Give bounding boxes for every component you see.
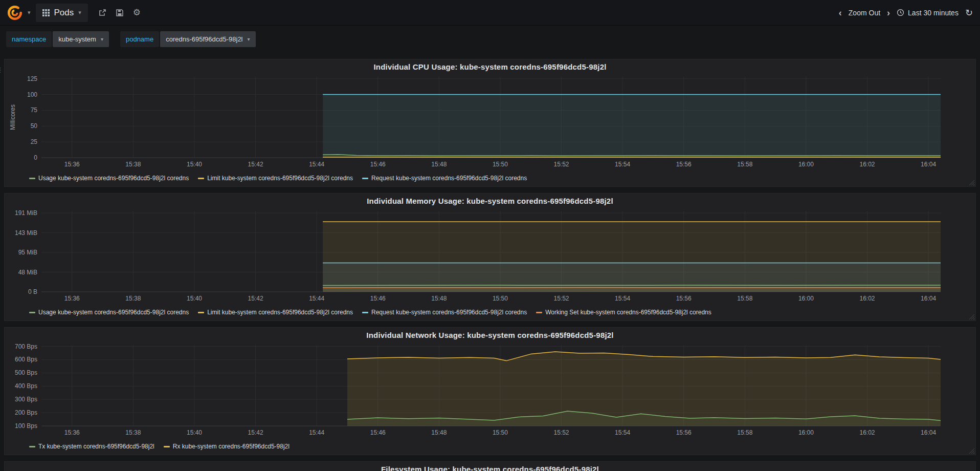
svg-text:15:50: 15:50 bbox=[493, 295, 508, 302]
dashboard-title: Pods bbox=[54, 8, 74, 18]
legend-item[interactable]: Request kube-system coredns-695f96dcd5-9… bbox=[362, 309, 527, 316]
time-range-picker[interactable]: Last 30 minutes bbox=[897, 9, 959, 17]
legend-series-swatch bbox=[198, 178, 204, 179]
caret-down-icon: ▾ bbox=[101, 36, 103, 42]
panel-cpu: Individual CPU Usage: kube-system coredn… bbox=[4, 59, 976, 187]
svg-text:0: 0 bbox=[34, 154, 37, 161]
legend-series-label: Tx kube-system coredns-695f96dcd5-98j2l bbox=[38, 443, 154, 450]
svg-text:15:44: 15:44 bbox=[309, 161, 324, 168]
legend-item[interactable]: Request kube-system coredns-695f96dcd5-9… bbox=[362, 175, 527, 182]
svg-text:15:56: 15:56 bbox=[676, 429, 692, 436]
svg-text:143 MiB: 143 MiB bbox=[15, 229, 37, 237]
svg-text:15:50: 15:50 bbox=[493, 161, 508, 168]
legend-series-label: Limit kube-system coredns-695f96dcd5-98j… bbox=[207, 175, 353, 182]
svg-text:48 MiB: 48 MiB bbox=[18, 269, 37, 276]
svg-text:300 Bps: 300 Bps bbox=[15, 396, 37, 403]
grafana-logo-icon bbox=[7, 5, 23, 20]
navbar: ▾ Pods ▾ bbox=[0, 0, 980, 26]
legend-series-swatch bbox=[29, 446, 35, 447]
memory-usage-chart[interactable]: 0 B48 MiB95 MiB143 MiB191 MiB15:3615:381… bbox=[9, 207, 971, 307]
svg-text:0 B: 0 B bbox=[28, 288, 37, 295]
svg-text:15:42: 15:42 bbox=[248, 429, 263, 436]
legend-series-label: Request kube-system coredns-695f96dcd5-9… bbox=[371, 175, 527, 182]
svg-text:16:00: 16:00 bbox=[798, 295, 814, 302]
dashboard-caret-icon: ▾ bbox=[78, 9, 81, 16]
svg-text:16:00: 16:00 bbox=[798, 161, 814, 168]
time-forward-chevron-icon[interactable]: › bbox=[887, 8, 890, 17]
svg-text:95 MiB: 95 MiB bbox=[18, 249, 37, 256]
legend-item[interactable]: Rx kube-system coredns-695f96dcd5-98j2l bbox=[164, 443, 289, 450]
svg-text:15:50: 15:50 bbox=[493, 429, 508, 436]
legend-series-label: Usage kube-system coredns-695f96dcd5-98j… bbox=[38, 175, 189, 182]
legend-item[interactable]: Usage kube-system coredns-695f96dcd5-98j… bbox=[29, 175, 189, 182]
cpu-usage-chart[interactable]: 025507510012515:3615:3815:4015:4215:4415… bbox=[9, 73, 971, 173]
network-usage-chart[interactable]: 100 Bps200 Bps300 Bps400 Bps500 Bps600 B… bbox=[9, 341, 971, 441]
svg-text:15:44: 15:44 bbox=[309, 429, 324, 436]
svg-text:25: 25 bbox=[31, 138, 38, 145]
legend-item[interactable]: Limit kube-system coredns-695f96dcd5-98j… bbox=[198, 175, 353, 182]
svg-text:100 Bps: 100 Bps bbox=[15, 422, 37, 430]
svg-text:15:54: 15:54 bbox=[615, 161, 630, 168]
svg-text:16:02: 16:02 bbox=[859, 161, 875, 168]
legend-series-label: Usage kube-system coredns-695f96dcd5-98j… bbox=[38, 309, 189, 316]
svg-text:15:46: 15:46 bbox=[370, 295, 386, 302]
legend-series-swatch bbox=[536, 312, 542, 313]
svg-text:16:04: 16:04 bbox=[921, 429, 936, 436]
dashboard-picker[interactable]: Pods ▾ bbox=[36, 4, 88, 22]
dashboards-grid-icon bbox=[42, 9, 50, 16]
svg-text:16:00: 16:00 bbox=[798, 429, 814, 436]
panel-memory: Individual Memory Usage: kube-system cor… bbox=[4, 193, 976, 321]
logo-dropdown-caret[interactable]: ▾ bbox=[28, 9, 31, 16]
grafana-logo[interactable] bbox=[7, 5, 23, 20]
panel-title[interactable]: Filesystem Usage: kube-system coredns-69… bbox=[9, 464, 971, 471]
save-icon[interactable] bbox=[116, 9, 124, 17]
legend-item[interactable]: Working Set kube-system coredns-695f96dc… bbox=[536, 309, 711, 316]
variable-podname-label[interactable]: podname bbox=[120, 31, 159, 47]
legend-series-swatch bbox=[362, 178, 368, 179]
gear-icon[interactable]: ⚙ bbox=[133, 8, 141, 17]
svg-text:15:48: 15:48 bbox=[431, 295, 447, 302]
refresh-icon[interactable]: ↻ bbox=[965, 7, 973, 18]
legend-series-label: Rx kube-system coredns-695f96dcd5-98j2l bbox=[173, 443, 289, 450]
svg-text:Millicores: Millicores bbox=[9, 104, 16, 130]
panel-title[interactable]: Individual Memory Usage: kube-system cor… bbox=[9, 196, 971, 207]
zoom-out-button[interactable]: Zoom Out bbox=[849, 9, 880, 17]
svg-text:15:52: 15:52 bbox=[554, 295, 569, 302]
svg-text:15:40: 15:40 bbox=[187, 295, 202, 302]
svg-text:15:56: 15:56 bbox=[676, 161, 692, 168]
svg-text:700 Bps: 700 Bps bbox=[15, 343, 37, 350]
variable-namespace-value[interactable]: kube-system ▾ bbox=[53, 31, 109, 47]
legend-item[interactable]: Usage kube-system coredns-695f96dcd5-98j… bbox=[29, 309, 189, 316]
panel-network: Individual Network Usage: kube-system co… bbox=[4, 327, 976, 455]
variable-podname-value[interactable]: coredns-695f96dcd5-98j2l ▾ bbox=[160, 31, 255, 47]
time-range-label: Last 30 minutes bbox=[908, 9, 959, 17]
svg-text:500 Bps: 500 Bps bbox=[15, 369, 37, 376]
panel-title[interactable]: Individual CPU Usage: kube-system coredn… bbox=[9, 61, 971, 73]
row-drag-handle-icon[interactable]: ⋮ bbox=[0, 66, 4, 74]
legend-item[interactable]: Tx kube-system coredns-695f96dcd5-98j2l bbox=[29, 443, 154, 450]
svg-text:75: 75 bbox=[31, 106, 38, 114]
legend-series-label: Limit kube-system coredns-695f96dcd5-98j… bbox=[207, 309, 353, 316]
legend-series-swatch bbox=[362, 312, 368, 313]
svg-text:15:46: 15:46 bbox=[370, 161, 386, 168]
caret-down-icon: ▾ bbox=[248, 36, 250, 42]
svg-text:15:44: 15:44 bbox=[309, 295, 324, 302]
time-back-chevron-icon[interactable]: ‹ bbox=[839, 8, 842, 17]
legend-item[interactable]: Limit kube-system coredns-695f96dcd5-98j… bbox=[198, 309, 353, 316]
svg-text:16:02: 16:02 bbox=[859, 295, 875, 302]
legend-series-swatch bbox=[29, 178, 35, 179]
legend-series-swatch bbox=[29, 312, 35, 313]
legend-series-swatch bbox=[164, 446, 170, 447]
variables-row: namespace kube-system ▾ podname coredns-… bbox=[0, 26, 980, 53]
svg-text:15:46: 15:46 bbox=[370, 429, 386, 436]
panel-title[interactable]: Individual Network Usage: kube-system co… bbox=[9, 330, 971, 341]
variable-podname-value-text: coredns-695f96dcd5-98j2l bbox=[166, 35, 242, 43]
share-icon[interactable] bbox=[98, 9, 106, 17]
variable-namespace: namespace kube-system ▾ bbox=[6, 31, 109, 47]
svg-text:15:48: 15:48 bbox=[431, 429, 447, 436]
variable-namespace-value-text: kube-system bbox=[58, 35, 96, 43]
cpu-legend: Usage kube-system coredns-695f96dcd5-98j… bbox=[9, 173, 971, 183]
svg-text:50: 50 bbox=[31, 122, 38, 130]
variable-namespace-label[interactable]: namespace bbox=[6, 31, 52, 47]
svg-text:15:36: 15:36 bbox=[64, 429, 80, 436]
